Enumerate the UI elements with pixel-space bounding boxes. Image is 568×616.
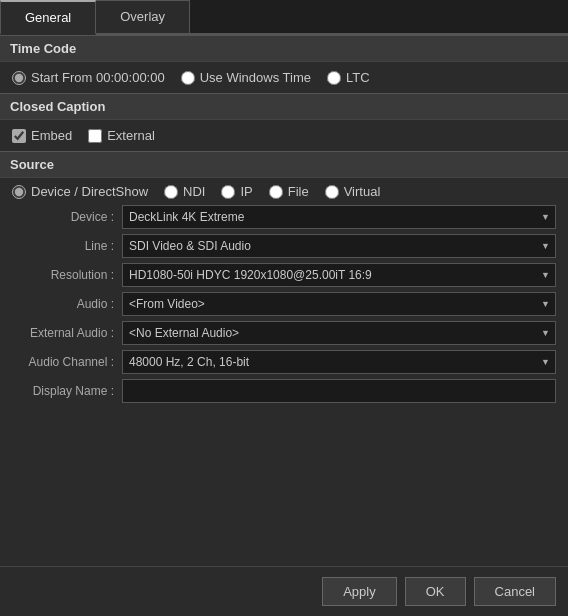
resolution-label: Resolution : bbox=[12, 268, 122, 282]
timecode-ltc-option[interactable]: LTC bbox=[327, 70, 370, 85]
embed-checkbox-item[interactable]: Embed bbox=[12, 128, 72, 143]
source-radio-group: Device / DirectShow NDI IP File Virtual bbox=[12, 184, 556, 199]
audio-control: <From Video> bbox=[122, 292, 556, 316]
tab-overlay[interactable]: Overlay bbox=[96, 0, 190, 33]
audio-channel-label: Audio Channel : bbox=[12, 355, 122, 369]
external-audio-dropdown[interactable]: <No External Audio> bbox=[122, 321, 556, 345]
embed-label: Embed bbox=[31, 128, 72, 143]
tab-general[interactable]: General bbox=[0, 0, 96, 35]
closedcaption-section-header: Closed Caption bbox=[0, 93, 568, 120]
source-virtual-label: Virtual bbox=[344, 184, 381, 199]
audio-channel-row: Audio Channel : 48000 Hz, 2 Ch, 16-bit bbox=[12, 350, 556, 374]
timecode-windows-label: Use Windows Time bbox=[200, 70, 311, 85]
timecode-section-header: Time Code bbox=[0, 35, 568, 62]
line-dropdown[interactable]: SDI Video & SDI Audio bbox=[122, 234, 556, 258]
resolution-dropdown-wrapper: HD1080-50i HDYC 1920x1080@25.00iT 16:9 bbox=[122, 263, 556, 287]
timecode-section-content: Start From 00:00:00:00 Use Windows Time … bbox=[0, 62, 568, 93]
tab-overlay-label: Overlay bbox=[120, 9, 165, 24]
display-name-input[interactable] bbox=[122, 379, 556, 403]
source-device-option[interactable]: Device / DirectShow bbox=[12, 184, 148, 199]
device-row: Device : DeckLink 4K Extreme bbox=[12, 205, 556, 229]
source-radio-section: Device / DirectShow NDI IP File Virtual bbox=[0, 178, 568, 201]
line-row: Line : SDI Video & SDI Audio bbox=[12, 234, 556, 258]
source-ndi-option[interactable]: NDI bbox=[164, 184, 205, 199]
resolution-row: Resolution : HD1080-50i HDYC 1920x1080@2… bbox=[12, 263, 556, 287]
resolution-dropdown[interactable]: HD1080-50i HDYC 1920x1080@25.00iT 16:9 bbox=[122, 263, 556, 287]
device-label: Device : bbox=[12, 210, 122, 224]
audio-label: Audio : bbox=[12, 297, 122, 311]
cancel-button[interactable]: Cancel bbox=[474, 577, 556, 606]
timecode-windows-option[interactable]: Use Windows Time bbox=[181, 70, 311, 85]
device-control: DeckLink 4K Extreme bbox=[122, 205, 556, 229]
line-control: SDI Video & SDI Audio bbox=[122, 234, 556, 258]
timecode-start-option[interactable]: Start From 00:00:00:00 bbox=[12, 70, 165, 85]
device-dropdown[interactable]: DeckLink 4K Extreme bbox=[122, 205, 556, 229]
source-file-option[interactable]: File bbox=[269, 184, 309, 199]
source-section-header: Source bbox=[0, 151, 568, 178]
external-audio-label: External Audio : bbox=[12, 326, 122, 340]
source-device-label: Device / DirectShow bbox=[31, 184, 148, 199]
source-ip-label: IP bbox=[240, 184, 252, 199]
audio-channel-dropdown-wrapper: 48000 Hz, 2 Ch, 16-bit bbox=[122, 350, 556, 374]
line-label: Line : bbox=[12, 239, 122, 253]
external-label: External bbox=[107, 128, 155, 143]
display-name-label: Display Name : bbox=[12, 384, 122, 398]
device-dropdown-wrapper: DeckLink 4K Extreme bbox=[122, 205, 556, 229]
timecode-radio-group: Start From 00:00:00:00 Use Windows Time … bbox=[12, 70, 556, 85]
tab-general-label: General bbox=[25, 10, 71, 25]
timecode-start-label: Start From 00:00:00:00 bbox=[31, 70, 165, 85]
audio-channel-dropdown[interactable]: 48000 Hz, 2 Ch, 16-bit bbox=[122, 350, 556, 374]
source-ip-option[interactable]: IP bbox=[221, 184, 252, 199]
closedcaption-checkbox-group: Embed External bbox=[12, 128, 556, 143]
resolution-control: HD1080-50i HDYC 1920x1080@25.00iT 16:9 bbox=[122, 263, 556, 287]
source-virtual-option[interactable]: Virtual bbox=[325, 184, 381, 199]
external-audio-row: External Audio : <No External Audio> bbox=[12, 321, 556, 345]
external-checkbox[interactable] bbox=[88, 129, 102, 143]
button-bar: Apply OK Cancel bbox=[0, 566, 568, 616]
embed-checkbox[interactable] bbox=[12, 129, 26, 143]
source-ndi-label: NDI bbox=[183, 184, 205, 199]
line-dropdown-wrapper: SDI Video & SDI Audio bbox=[122, 234, 556, 258]
timecode-ltc-label: LTC bbox=[346, 70, 370, 85]
audio-channel-control: 48000 Hz, 2 Ch, 16-bit bbox=[122, 350, 556, 374]
apply-button[interactable]: Apply bbox=[322, 577, 397, 606]
audio-dropdown-wrapper: <From Video> bbox=[122, 292, 556, 316]
display-name-control bbox=[122, 379, 556, 403]
closedcaption-section-content: Embed External bbox=[0, 120, 568, 151]
external-checkbox-item[interactable]: External bbox=[88, 128, 155, 143]
display-name-row: Display Name : bbox=[12, 379, 556, 403]
audio-row: Audio : <From Video> bbox=[12, 292, 556, 316]
audio-dropdown[interactable]: <From Video> bbox=[122, 292, 556, 316]
tab-bar: General Overlay bbox=[0, 0, 568, 35]
external-audio-control: <No External Audio> bbox=[122, 321, 556, 345]
source-file-label: File bbox=[288, 184, 309, 199]
external-audio-dropdown-wrapper: <No External Audio> bbox=[122, 321, 556, 345]
form-fields-section: Device : DeckLink 4K Extreme Line : SDI … bbox=[0, 201, 568, 416]
ok-button[interactable]: OK bbox=[405, 577, 466, 606]
